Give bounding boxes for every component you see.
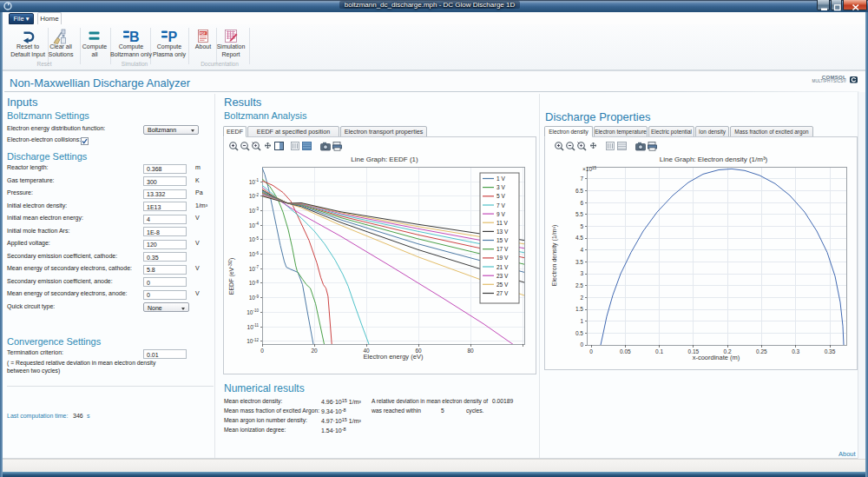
svg-text:5 V: 5 V [496,193,505,199]
svg-text:2.5: 2.5 [575,282,583,288]
svg-text:17 V: 17 V [496,246,509,252]
svg-text:B: B [129,30,140,44]
svg-text:0.35: 0.35 [825,348,836,354]
svg-text:1 V: 1 V [496,176,505,182]
svg-text:0.1: 0.1 [655,348,663,354]
svg-text:1.5: 1.5 [575,306,583,312]
svg-text:9 V: 9 V [496,211,505,217]
svg-text:10-12: 10-12 [247,338,259,345]
svg-text:10-2: 10-2 [249,193,260,200]
svg-text:7 V: 7 V [496,202,505,209]
svg-text:0.25: 0.25 [756,348,767,354]
svg-text:Line Graph: Electron density (: Line Graph: Electron density (1/m³) [660,156,768,163]
svg-text:19 V: 19 V [496,255,509,261]
svg-text:10-11: 10-11 [247,323,260,330]
svg-text:21 V: 21 V [496,264,509,270]
svg-text:23 V: 23 V [496,273,509,279]
svg-text:10-7: 10-7 [249,265,260,272]
svg-text:10-8: 10-8 [249,280,260,287]
svg-text:Electron density (1/m³): Electron density (1/m³) [551,225,558,286]
svg-text:0.05: 0.05 [620,348,631,354]
svg-text:5: 5 [580,223,583,229]
svg-text:0: 0 [260,348,264,354]
svg-text:2: 2 [580,295,583,301]
svg-text:×1015: ×1015 [582,166,597,173]
svg-text:7: 7 [580,176,583,182]
svg-text:20: 20 [311,348,318,354]
svg-text:13 V: 13 V [496,229,509,235]
svg-text:10-5: 10-5 [249,236,260,243]
svg-text:3: 3 [580,270,583,276]
svg-text:0: 0 [580,341,583,348]
svg-text:Electron energy (eV): Electron energy (eV) [364,353,424,361]
svg-text:x-coordinate (m): x-coordinate (m) [693,354,740,361]
svg-text:10-9: 10-9 [249,295,260,301]
svg-text:0.5: 0.5 [575,330,583,336]
svg-text:5.5: 5.5 [575,211,583,217]
svg-text:6: 6 [580,200,583,206]
svg-text:3.5: 3.5 [575,259,583,265]
svg-text:15 V: 15 V [496,237,509,243]
svg-text:0.3: 0.3 [792,348,799,354]
svg-text:0: 0 [589,348,593,354]
svg-text:27 V: 27 V [496,290,509,296]
svg-text:25 V: 25 V [496,282,509,288]
svg-text:4: 4 [580,247,583,253]
svg-text:80: 80 [467,348,474,354]
svg-text:6.5: 6.5 [575,188,583,194]
svg-text:10-1: 10-1 [249,178,260,185]
svg-text:3 V: 3 V [496,184,505,190]
svg-text:10-4: 10-4 [249,222,260,229]
svg-text:10-3: 10-3 [249,207,260,214]
svg-text:EEDF (eV-3/2): EEDF (eV-3/2) [227,258,236,295]
svg-text:1: 1 [580,318,583,324]
svg-text:Line Graph: EEDF (1): Line Graph: EEDF (1) [351,156,418,163]
svg-text:4.5: 4.5 [575,235,583,241]
svg-text:11 V: 11 V [496,220,509,226]
svg-text:10-6: 10-6 [249,251,260,258]
svg-text:10-10: 10-10 [247,308,259,315]
